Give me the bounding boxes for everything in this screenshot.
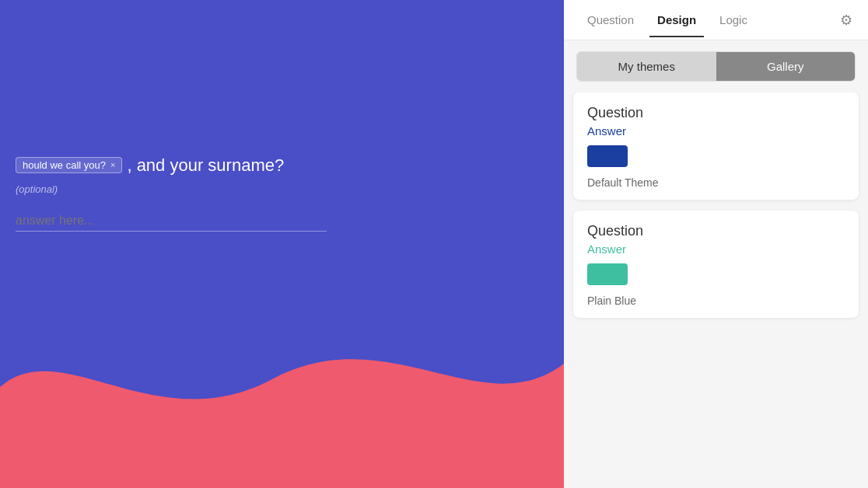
theme-plain-blue-question: Question <box>587 223 845 239</box>
preview-question-suffix: , and your surname? <box>127 155 284 176</box>
preview-content: hould we call you? × , and your surname?… <box>16 155 327 232</box>
preview-answer-input[interactable] <box>16 211 327 232</box>
theme-plain-blue-answer: Answer <box>587 242 845 256</box>
theme-card-default[interactable]: Question Answer Default Theme <box>573 92 859 200</box>
preview-tag[interactable]: hould we call you? × <box>16 157 122 173</box>
theme-default-swatch <box>587 145 628 167</box>
tag-close-icon[interactable]: × <box>110 160 115 169</box>
tab-logic[interactable]: Logic <box>712 2 755 37</box>
theme-plain-blue-name: Plain Blue <box>587 295 845 307</box>
settings-icon[interactable]: ⚙ <box>840 12 852 29</box>
tab-design[interactable]: Design <box>649 2 704 37</box>
gallery-button[interactable]: Gallery <box>716 52 856 81</box>
theme-default-name: Default Theme <box>587 176 845 189</box>
theme-default-answer: Answer <box>587 124 845 138</box>
themes-list: Question Answer Default Theme Question A… <box>564 92 868 488</box>
tag-text: hould we call you? <box>23 159 106 171</box>
tab-question[interactable]: Question <box>579 2 642 37</box>
theme-plain-blue-swatch <box>587 263 628 285</box>
preview-panel: hould we call you? × , and your surname?… <box>0 0 564 488</box>
top-tabs: Question Design Logic ⚙ <box>564 0 868 40</box>
theme-default-question: Question <box>587 105 845 121</box>
theme-card-plain-blue[interactable]: Question Answer Plain Blue <box>573 211 859 318</box>
preview-optional: (optional) <box>16 183 327 195</box>
theme-toggle: My themes Gallery <box>576 51 856 82</box>
my-themes-button[interactable]: My themes <box>577 52 716 81</box>
right-panel: Question Design Logic ⚙ My themes Galler… <box>564 0 868 488</box>
